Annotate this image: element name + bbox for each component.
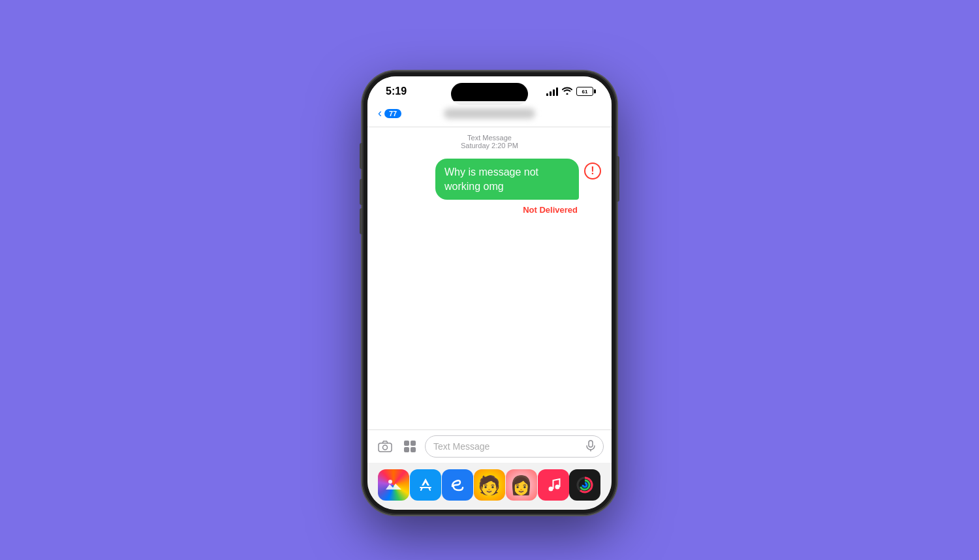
dock-app-appstore[interactable] xyxy=(410,469,441,501)
svg-point-9 xyxy=(548,487,553,491)
phone-wrapper: 5:19 xyxy=(362,71,617,515)
page-background: 5:19 xyxy=(0,0,979,560)
dock-app-memoji1[interactable]: 🧑 xyxy=(474,469,505,501)
signal-bar-2 xyxy=(550,91,552,96)
timestamp-main: Text Message xyxy=(378,134,601,142)
back-badge: 77 xyxy=(384,109,401,118)
signal-bar-1 xyxy=(546,93,548,96)
dock-bar: 🧑 👩 xyxy=(367,463,612,510)
input-bar: Text Message xyxy=(367,429,612,463)
timestamp-label: Text Message Saturday 2:20 PM xyxy=(378,134,601,149)
svg-point-14 xyxy=(583,483,587,487)
svg-rect-3 xyxy=(411,441,416,446)
svg-rect-0 xyxy=(379,443,392,452)
message-bubble-sent: Why is message not working omg xyxy=(435,159,579,200)
text-input-placeholder: Text Message xyxy=(433,441,489,452)
not-delivered-label: Not Delivered xyxy=(378,205,601,215)
svg-point-13 xyxy=(580,480,589,490)
dock-app-activity[interactable] xyxy=(569,469,600,501)
dock-app-shazam[interactable] xyxy=(442,469,473,501)
dock-app-memoji2[interactable]: 👩 xyxy=(506,469,537,501)
signal-bar-3 xyxy=(553,89,555,96)
phone-screen: 5:19 xyxy=(367,76,612,510)
contact-name-blurred xyxy=(444,108,535,119)
status-bar: 5:19 xyxy=(367,76,612,101)
back-chevron-icon: ‹ xyxy=(378,106,382,120)
dock-app-music[interactable] xyxy=(538,469,569,501)
signal-bar-4 xyxy=(556,87,558,96)
back-button[interactable]: ‹ 77 xyxy=(378,106,401,120)
camera-button[interactable] xyxy=(375,437,395,456)
wifi-icon xyxy=(562,87,572,97)
status-icons: 61 xyxy=(546,87,593,97)
error-icon[interactable]: ! xyxy=(584,163,601,179)
svg-rect-6 xyxy=(589,441,593,447)
messages-area: Text Message Saturday 2:20 PM Why is mes… xyxy=(367,127,612,429)
battery-icon: 61 xyxy=(576,87,593,96)
apps-button[interactable] xyxy=(400,437,420,456)
svg-rect-2 xyxy=(404,441,409,446)
mic-icon xyxy=(586,440,595,454)
timestamp-sub: Saturday 2:20 PM xyxy=(378,142,601,149)
svg-point-10 xyxy=(555,485,559,490)
nav-bar: ‹ 77 xyxy=(367,101,612,127)
svg-point-1 xyxy=(383,445,388,450)
message-row-sent: Why is message not working omg ! xyxy=(378,159,601,200)
signal-bars xyxy=(546,87,558,96)
text-input-field[interactable]: Text Message xyxy=(425,435,604,458)
svg-point-8 xyxy=(388,480,392,484)
dock-app-photos[interactable] xyxy=(378,469,409,501)
svg-rect-4 xyxy=(404,447,409,452)
status-time: 5:19 xyxy=(386,86,407,97)
svg-rect-5 xyxy=(411,447,416,452)
